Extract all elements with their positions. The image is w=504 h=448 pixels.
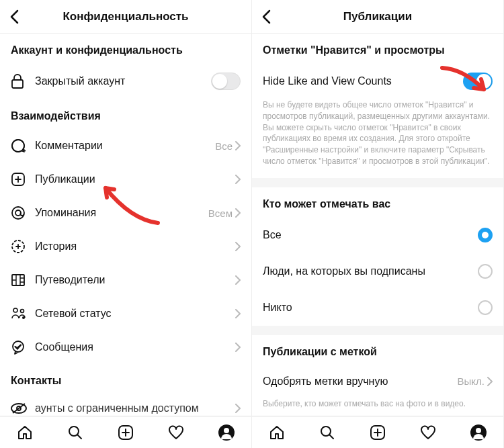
- chevron-right-icon: [235, 309, 241, 318]
- chevron-right-icon: [235, 141, 241, 150]
- svg-point-7: [13, 308, 17, 312]
- chevron-right-icon: [235, 343, 241, 352]
- lock-icon: [11, 74, 28, 89]
- private-account-label: Закрытый аккаунт: [35, 75, 211, 87]
- profile-tab[interactable]: [470, 424, 487, 441]
- activity-icon: [11, 306, 28, 321]
- section-header: Отметки "Нравится" и просмотры: [252, 34, 503, 63]
- posts-settings-screen: Публикации Отметки "Нравится" и просмотр…: [252, 0, 504, 448]
- section-header: Аккаунт и конфиденциальность: [0, 34, 251, 63]
- radio-label: Никто: [263, 302, 478, 314]
- spacer: [252, 326, 503, 335]
- content: Отметки "Нравится" и просмотры Hide Like…: [252, 34, 503, 416]
- story-icon: [11, 239, 28, 254]
- row-label: Сетевой статус: [35, 308, 235, 320]
- chevron-right-icon: [487, 377, 493, 386]
- radio-label: Все: [263, 229, 478, 241]
- chevron-right-icon: [235, 208, 241, 218]
- private-account-toggle[interactable]: [211, 73, 241, 90]
- restricted-row[interactable]: аунты с ограниченным доступом: [0, 394, 251, 416]
- row-label: Сообщения: [35, 341, 235, 353]
- comment-icon: [11, 138, 28, 153]
- radio-icon: [478, 228, 493, 242]
- guides-icon: [11, 273, 28, 287]
- spacer: [252, 178, 503, 187]
- activity-status-row[interactable]: Сетевой статус: [0, 297, 251, 330]
- approve-value: Выкл.: [458, 375, 485, 387]
- back-button[interactable]: [261, 9, 271, 24]
- section-header: Взаимодействия: [0, 99, 251, 129]
- chevron-left-icon: [261, 9, 271, 24]
- back-button[interactable]: [9, 9, 19, 24]
- hide-counts-toggle[interactable]: [463, 73, 493, 90]
- guides-row[interactable]: Путеводители: [0, 263, 251, 297]
- messages-row[interactable]: Сообщения: [0, 330, 251, 364]
- row-meta: Все: [215, 140, 233, 152]
- hide-counts-row[interactable]: Hide Like and View Counts: [252, 63, 503, 99]
- hide-counts-label: Hide Like and View Counts: [263, 75, 463, 87]
- search-tab[interactable]: [319, 424, 336, 441]
- privacy-screen: Конфиденциальность Аккаунт и конфиденциа…: [0, 0, 252, 448]
- mentions-row[interactable]: Упоминания Всем: [0, 196, 251, 230]
- header: Публикации: [252, 0, 503, 34]
- story-row[interactable]: История: [0, 230, 251, 263]
- radio-label: Люди, на которых вы подписаны: [263, 265, 478, 277]
- row-label: Комментарии: [35, 140, 215, 152]
- chevron-right-icon: [235, 175, 241, 184]
- activity-tab[interactable]: [167, 424, 185, 441]
- create-tab[interactable]: [369, 424, 386, 441]
- plus-square-icon: [11, 172, 28, 187]
- section-header: Кто может отмечать вас: [252, 187, 503, 217]
- row-label: аунты с ограниченным доступом: [35, 402, 235, 414]
- chevron-left-icon: [9, 9, 19, 24]
- activity-tab[interactable]: [419, 424, 437, 441]
- chevron-right-icon: [235, 275, 241, 285]
- private-account-row[interactable]: Закрытый аккаунт: [0, 63, 251, 99]
- restricted-icon: [11, 402, 28, 414]
- posts-row[interactable]: Публикации: [0, 163, 251, 196]
- radio-icon: [478, 264, 493, 279]
- svg-rect-0: [12, 80, 23, 88]
- radio-following[interactable]: Люди, на которых вы подписаны: [252, 253, 503, 289]
- create-tab[interactable]: [117, 424, 134, 441]
- messages-icon: [11, 340, 28, 355]
- row-label: История: [35, 240, 235, 253]
- approve-manually-row[interactable]: Одобрять метки вручную Выкл.: [252, 365, 503, 398]
- home-tab[interactable]: [16, 424, 34, 441]
- approve-label: Одобрять метки вручную: [263, 375, 458, 388]
- row-label: Публикации: [35, 173, 235, 185]
- helper-text: Вы не будете видеть общее число отметок …: [252, 99, 503, 178]
- header: Конфиденциальность: [0, 0, 251, 34]
- row-label: Путеводители: [35, 274, 235, 286]
- tabbar: [0, 416, 251, 448]
- section-header: Контакты: [0, 364, 251, 394]
- radio-nobody[interactable]: Никто: [252, 289, 503, 326]
- home-tab[interactable]: [268, 424, 286, 441]
- svg-point-9: [22, 316, 25, 319]
- radio-everyone[interactable]: Все: [252, 217, 503, 253]
- search-tab[interactable]: [67, 424, 84, 441]
- tabbar: [252, 416, 503, 448]
- chevron-right-icon: [235, 242, 241, 251]
- radio-icon: [478, 300, 493, 315]
- svg-point-8: [21, 310, 24, 313]
- comments-row[interactable]: Комментарии Все: [0, 129, 251, 163]
- svg-point-3: [12, 207, 24, 219]
- svg-point-16: [224, 428, 229, 433]
- row-meta: Всем: [208, 208, 233, 219]
- content: Аккаунт и конфиденциальность Закрытый ак…: [0, 34, 251, 416]
- helper-text: Выберите, кто может отмечать вас на фото…: [252, 398, 503, 412]
- page-title: Конфиденциальность: [62, 10, 188, 24]
- page-title: Публикации: [343, 10, 412, 24]
- profile-tab[interactable]: [218, 424, 235, 441]
- row-label: Упоминания: [35, 207, 208, 219]
- chevron-right-icon: [235, 404, 241, 413]
- at-icon: [11, 206, 28, 220]
- svg-point-20: [476, 428, 481, 433]
- section-header: Публикации с меткой: [252, 335, 503, 365]
